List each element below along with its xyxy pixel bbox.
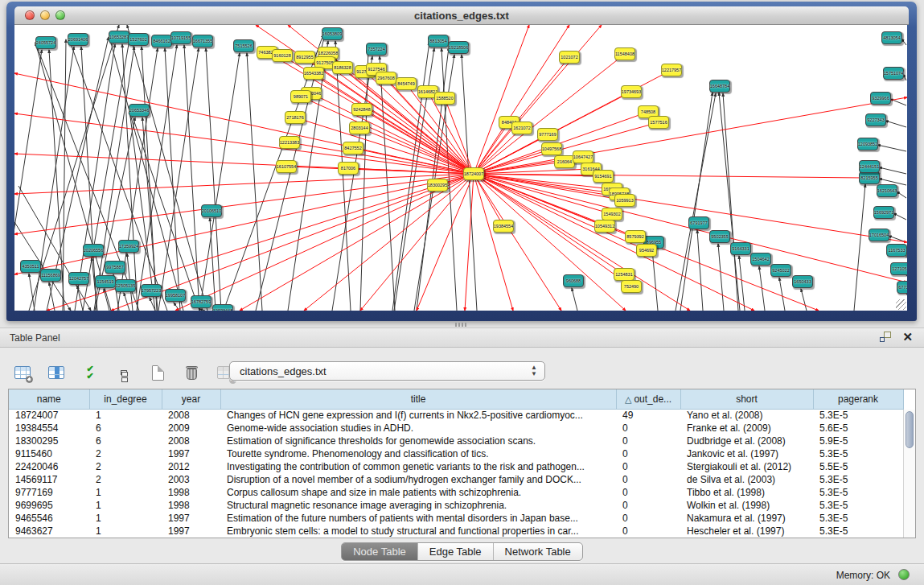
table-cell[interactable]: 2 (89, 460, 162, 473)
table-scrollbar[interactable] (903, 410, 915, 538)
column-header-year[interactable]: year (162, 389, 220, 409)
graph-node[interactable]: 11548408 (614, 47, 635, 60)
tab-node-table[interactable]: Node Table (342, 543, 417, 560)
graph-node[interactable]: 6773301 (897, 281, 907, 294)
table-cell[interactable]: 1 (89, 525, 162, 538)
window-titlebar[interactable]: citations_edges.txt (14, 6, 909, 25)
table-cell[interactable]: 9115460 (9, 447, 89, 460)
graph-node[interactable]: 7515526 (233, 39, 254, 52)
split-pane-handle[interactable] (455, 323, 466, 327)
graph-node[interactable]: 19218506 (448, 41, 469, 54)
table-cell[interactable]: 1997 (162, 447, 220, 460)
graph-node[interactable]: 20653346 (129, 104, 150, 117)
graph-node[interactable]: 12217957 (661, 64, 682, 76)
table-cell[interactable]: 0 (616, 435, 680, 447)
graph-node[interactable]: 817006 (338, 162, 359, 175)
graph-node[interactable]: 19384554 (493, 220, 514, 233)
table-cell[interactable]: Jankovic et al. (1997) (680, 447, 813, 460)
table-cell[interactable]: Estimation of the future numbers of pati… (220, 512, 616, 525)
graph-node[interactable]: 4350511 (20, 260, 41, 273)
resize-grip-icon[interactable] (896, 299, 906, 310)
graph-node[interactable]: 8454749 (396, 77, 417, 90)
table-cell[interactable]: Changes of HCN gene expression and I(f) … (220, 409, 616, 422)
graph-node[interactable]: 19958107 (165, 289, 186, 302)
graph-node[interactable]: 9502355 (709, 230, 730, 243)
table-cell[interactable]: 5.3E-5 (813, 473, 903, 486)
graph-node[interactable]: 954692 (636, 244, 657, 257)
table-cell[interactable]: 5.3E-5 (813, 512, 903, 525)
table-cell[interactable]: 0 (616, 447, 680, 460)
table-cell[interactable]: Tibbo et al. (1998) (680, 486, 813, 499)
table-row[interactable]: 1938455462009Genome-wide association stu… (9, 422, 903, 435)
table-cell[interactable]: 5.3E-5 (813, 525, 903, 538)
graph-node[interactable]: 1271055 (890, 262, 907, 275)
table-cell[interactable]: Disruption of a novel member of a sodium… (220, 473, 616, 486)
graph-node[interactable]: 2803144 (349, 122, 370, 134)
graph-node[interactable]: 1577516 (648, 116, 669, 129)
table-cell[interactable]: Dudbridge et al. (2008) (680, 435, 813, 447)
table-cell[interactable]: Tourette syndrome. Phenomenology and cla… (220, 447, 616, 460)
network-table-select[interactable]: citations_edges.txt ▲▼ (229, 361, 545, 381)
table-cell[interactable]: 5.3E-5 (813, 447, 903, 460)
table-cell[interactable]: 19384554 (9, 422, 89, 435)
column-header-title[interactable]: title (220, 389, 616, 409)
table-cell[interactable]: 5.3E-5 (813, 486, 903, 499)
graph-node[interactable]: 17957223 (141, 284, 162, 297)
graph-node[interactable]: 18300295 (427, 179, 448, 192)
table-cell[interactable]: 9465546 (9, 512, 89, 525)
graph-node[interactable]: 12923448 (212, 304, 233, 311)
graph-node[interactable]: 7357224 (366, 43, 387, 56)
table-cell[interactable]: 1997 (162, 512, 220, 525)
table-row[interactable]: 946554611997Estimation of the future num… (9, 512, 903, 525)
graph-node[interactable]: 12093852 (857, 138, 878, 150)
table-cell[interactable]: Yano et al. (2008) (680, 409, 813, 422)
graph-node[interactable]: 9160128 (272, 49, 293, 62)
table-cell[interactable]: Stergiakouli et al. (2012) (680, 460, 813, 473)
graph-node[interactable]: 16210643 (877, 184, 897, 197)
table-cell[interactable]: 1998 (162, 486, 220, 499)
show-column-button[interactable] (45, 361, 68, 384)
column-header-short[interactable]: short (680, 389, 813, 409)
table-cell[interactable]: 2009 (162, 422, 220, 435)
scrollbar-thumb[interactable] (906, 411, 914, 448)
graph-node[interactable]: 752490 (621, 280, 642, 293)
graph-node[interactable]: 1021072 (559, 51, 580, 64)
delete-table-button[interactable] (180, 361, 203, 384)
graph-node[interactable]: 1588520 (434, 92, 455, 105)
graph-node[interactable]: 16053809 (322, 27, 343, 40)
graph-node[interactable]: 8579392 (625, 230, 646, 243)
graph-node[interactable]: 1527602 (128, 33, 149, 46)
graph-node[interactable]: 989071 (290, 90, 311, 103)
tab-network-table[interactable]: Network Table (493, 543, 582, 560)
column-header-in_degree[interactable]: in_degree (89, 389, 162, 409)
table-cell[interactable]: 6 (89, 422, 162, 435)
table-cell[interactable]: 9699695 (9, 499, 89, 512)
table-cell[interactable]: 0 (616, 512, 680, 525)
graph-node[interactable]: 12444151 (859, 160, 880, 173)
graph-node[interactable]: 4813054 (881, 31, 902, 44)
graph-node[interactable]: 9777169 (537, 128, 558, 141)
table-cell[interactable]: 1997 (162, 525, 220, 538)
graph-node[interactable]: 11156869 (40, 269, 61, 282)
table-row[interactable]: 1456911722003Disruption of a novel membe… (9, 473, 903, 486)
graph-node[interactable]: 20206556 (83, 244, 104, 257)
table-cell[interactable]: 22420046 (9, 460, 89, 473)
tab-edge-table[interactable]: Edge Table (417, 543, 493, 560)
table-cell[interactable]: 1 (89, 499, 162, 512)
graph-node[interactable]: 8813054 (428, 35, 449, 47)
graph-node[interactable]: 9245022 (770, 264, 791, 277)
table-cell[interactable]: 14569117 (9, 473, 89, 486)
select-rows-button[interactable]: ✔✔ (79, 361, 101, 384)
graph-node[interactable]: 16107554 (276, 160, 297, 173)
graph-node[interactable]: 960688 (563, 274, 584, 287)
graph-node[interactable]: 12505135 (115, 279, 136, 292)
graph-node[interactable]: 10497568 (541, 142, 562, 155)
table-cell[interactable]: 9777169 (9, 486, 89, 499)
graph-node[interactable]: 8427552 (343, 142, 363, 154)
table-cell[interactable]: 18300295 (9, 435, 89, 447)
network-canvas[interactable]: 2405572420691406106532871527602846616210… (14, 25, 907, 311)
table-cell[interactable]: 18724007 (9, 409, 89, 422)
table-cell[interactable]: 9463627 (9, 525, 89, 538)
table-row[interactable]: 946362711997Embryonic stem cells: a mode… (9, 525, 903, 538)
graph-node[interactable]: 9329966 (870, 92, 891, 105)
